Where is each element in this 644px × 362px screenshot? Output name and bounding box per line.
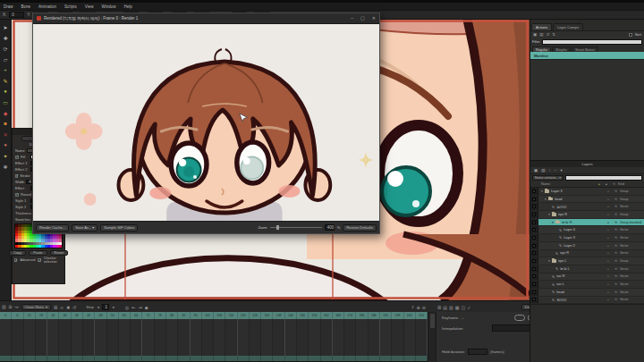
layer-row[interactable]: ✎Layer 4●⟲Vector bbox=[530, 226, 644, 234]
track-column[interactable] bbox=[369, 319, 380, 356]
visibility-dot-icon[interactable]: ● bbox=[605, 221, 612, 224]
frame-tick[interactable]: 24 bbox=[47, 312, 59, 319]
layer-checkbox[interactable] bbox=[530, 203, 538, 210]
track-column[interactable] bbox=[250, 319, 261, 356]
expand-arrow-icon[interactable]: ▾ bbox=[551, 221, 555, 224]
restore-defaults-button[interactable]: Restore Defaults bbox=[343, 224, 377, 232]
menu-view[interactable]: View bbox=[85, 4, 94, 9]
step-next-button[interactable]: ► bbox=[112, 306, 114, 309]
layer-name[interactable]: eye L bbox=[558, 259, 605, 263]
copy-button[interactable]: Copy bbox=[9, 250, 26, 256]
subtab-regular[interactable]: Regular bbox=[532, 46, 551, 52]
track-column[interactable] bbox=[416, 319, 428, 356]
frame-tick[interactable]: 162 bbox=[321, 312, 333, 319]
layer-checkbox[interactable] bbox=[530, 242, 538, 249]
next-key-icon[interactable]: ⇥ bbox=[138, 305, 141, 310]
cells-large-icon[interactable]: ▦ bbox=[455, 305, 460, 310]
layer-name[interactable]: 눈알 R bbox=[562, 220, 605, 224]
track-column[interactable] bbox=[119, 319, 131, 356]
visibility-dot-icon[interactable]: ● bbox=[605, 274, 612, 278]
frame-tick[interactable]: 72 bbox=[142, 312, 154, 319]
layer-row[interactable]: ✎눈알 L●⟲Vector bbox=[530, 265, 644, 274]
animate-icon[interactable]: ⟲ bbox=[612, 205, 620, 208]
frame-tick[interactable]: 138 bbox=[273, 312, 284, 319]
track-column[interactable] bbox=[225, 319, 237, 356]
visibility-dot-icon[interactable]: ● bbox=[605, 189, 612, 193]
layer-row[interactable]: ✎뒷머리●⟲Vector bbox=[530, 297, 644, 305]
translate-points-tool[interactable]: ✚ bbox=[1, 32, 11, 43]
expand-arrow-icon[interactable]: ▾ bbox=[544, 198, 547, 201]
animate-icon[interactable]: ⟲ bbox=[612, 267, 620, 271]
visibility-dot-icon[interactable]: ● bbox=[605, 267, 612, 271]
layer-name[interactable]: head bbox=[556, 290, 605, 294]
save-as-button[interactable]: Save As... ▾ bbox=[72, 224, 97, 232]
layer-row[interactable]: ✎eye R●⟲Vector bbox=[530, 250, 644, 258]
frame-tick[interactable]: 36 bbox=[72, 312, 83, 319]
frames-icon[interactable]: ▥ bbox=[2, 304, 6, 310]
menu-draw[interactable]: Draw bbox=[4, 4, 13, 9]
round-caps-checkbox[interactable] bbox=[15, 193, 19, 197]
frame-tick[interactable]: 210 bbox=[416, 312, 428, 319]
transform-tool[interactable]: ➤ bbox=[1, 21, 11, 32]
add-point-tool[interactable]: + bbox=[1, 64, 11, 75]
frame-tick[interactable]: 30 bbox=[59, 312, 71, 319]
animate-icon[interactable]: ⟲ bbox=[612, 282, 620, 286]
new-action-icon[interactable]: ▣ bbox=[533, 32, 537, 37]
frame-tick[interactable]: 66 bbox=[131, 312, 142, 319]
zoom-out-icon[interactable]: ⊖ bbox=[422, 305, 426, 310]
minimize-button[interactable]: – bbox=[351, 15, 353, 21]
magnet-tool[interactable]: ● bbox=[1, 139, 11, 150]
visibility-dot-icon[interactable]: ● bbox=[605, 228, 612, 232]
blob-brush-tool[interactable]: ● bbox=[1, 86, 11, 97]
delete-edge-tool[interactable]: ✕ bbox=[1, 129, 11, 139]
visibility-dot-icon[interactable]: ● bbox=[605, 244, 612, 248]
fill-checkbox[interactable] bbox=[15, 156, 19, 159]
cells-medium-icon[interactable]: ▥ bbox=[449, 305, 453, 310]
layer-row[interactable]: ✎Layer 3●⟲Vector bbox=[530, 234, 644, 242]
layers-search-mode-select[interactable]: Name contains... ▾ bbox=[532, 175, 564, 181]
frame-tick[interactable]: 78 bbox=[155, 312, 166, 319]
gear-icon[interactable]: ✱ bbox=[66, 305, 70, 310]
track-column[interactable] bbox=[214, 319, 225, 356]
track-column[interactable] bbox=[178, 319, 190, 356]
trash-icon[interactable]: ▾ bbox=[560, 168, 562, 173]
layer-name[interactable]: 뒷머리 bbox=[556, 298, 605, 302]
frame-tick[interactable]: 12 bbox=[24, 312, 36, 319]
frame-tick[interactable]: 174 bbox=[344, 312, 356, 319]
layers-search-input[interactable] bbox=[565, 175, 642, 181]
paint-bucket-tool[interactable]: ■ bbox=[1, 118, 11, 129]
frame-tick[interactable]: 186 bbox=[369, 312, 380, 319]
track-column[interactable] bbox=[59, 319, 71, 356]
new-folder-icon[interactable]: ▤ bbox=[541, 168, 545, 173]
frame-tick[interactable]: 168 bbox=[333, 312, 344, 319]
layer-row[interactable]: ✎ear L●⟲Vector bbox=[530, 281, 644, 289]
expand-arrow-icon[interactable]: ▾ bbox=[540, 189, 544, 193]
track-column[interactable] bbox=[321, 319, 333, 356]
layer-row[interactable]: ▾eye R●⟲Group bbox=[530, 211, 644, 219]
frame-tick[interactable]: 114 bbox=[225, 312, 237, 319]
frame-tick[interactable]: 102 bbox=[202, 312, 214, 319]
menu-scripts[interactable]: Scripts bbox=[64, 4, 77, 9]
layer-name[interactable]: ear R bbox=[556, 274, 605, 278]
layer-checkbox[interactable] bbox=[530, 250, 538, 257]
track-column[interactable] bbox=[191, 319, 202, 356]
step-prev-button[interactable]: ◄ bbox=[97, 306, 99, 309]
sort-checkbox[interactable] bbox=[629, 33, 632, 37]
expand-arrow-icon[interactable]: ▾ bbox=[547, 259, 551, 263]
frame-tick[interactable]: 120 bbox=[238, 312, 250, 319]
curvature-tool[interactable]: ✦ bbox=[1, 150, 11, 161]
layer-checkbox[interactable] bbox=[530, 281, 538, 288]
visibility-dot-icon[interactable]: ● bbox=[605, 259, 612, 263]
track-column[interactable] bbox=[72, 319, 83, 356]
frame-ruler[interactable]: 0612182430364248546066727884909610210811… bbox=[0, 312, 428, 319]
animate-icon[interactable]: ⟲ bbox=[612, 290, 620, 294]
grid-icon[interactable]: ⊞ bbox=[54, 305, 57, 310]
expand-arrow-icon[interactable]: ▾ bbox=[547, 213, 551, 216]
layer-row[interactable]: ▾Layer 3●⟲Group bbox=[530, 188, 644, 196]
sort-arrows-icon[interactable]: ⇅ bbox=[552, 32, 555, 37]
track-column[interactable] bbox=[333, 319, 344, 356]
stroke-checkbox[interactable] bbox=[15, 174, 18, 178]
subtab-smart-bones[interactable]: Smart Bones bbox=[572, 46, 598, 52]
track-column[interactable] bbox=[47, 319, 59, 356]
render-window-titlebar[interactable]: Rendered (디지털 캐릭터 예제) : Frame 0 : Render… bbox=[33, 13, 379, 24]
